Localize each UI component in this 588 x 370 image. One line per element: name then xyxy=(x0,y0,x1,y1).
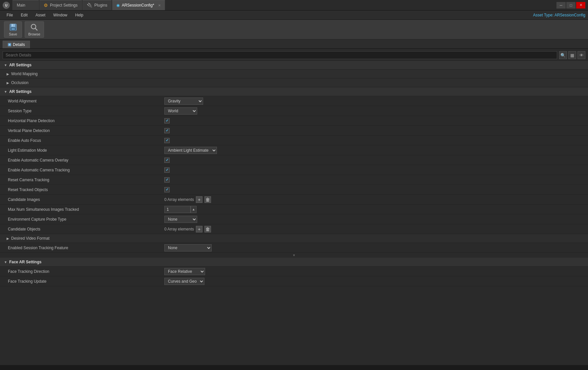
reset-tracked-checkbox[interactable] xyxy=(164,187,170,192)
menu-window[interactable]: Window xyxy=(49,11,71,19)
horizontal-plane-checkbox[interactable] xyxy=(164,118,170,123)
max-images-spin-up[interactable]: ▲ xyxy=(191,206,197,213)
vertical-plane-checkbox[interactable] xyxy=(164,128,170,133)
browse-icon xyxy=(30,23,39,32)
camera-overlay-checkbox[interactable] xyxy=(164,158,170,163)
face-tracking-update-control: Curves and Geo Curves Only Geo Only xyxy=(164,278,588,285)
view-options-btn[interactable]: ▦ xyxy=(568,51,576,59)
face-tracking-update-select[interactable]: Curves and Geo Curves Only Geo Only xyxy=(164,278,204,285)
row-face-tracking-update: Face Tracking Update Curves and Geo Curv… xyxy=(0,276,588,286)
candidate-objects-add[interactable]: + xyxy=(196,226,202,232)
ar-settings-main-arrow: ▼ xyxy=(4,90,7,94)
browse-button[interactable]: Browse xyxy=(25,21,44,38)
tab-project-settings[interactable]: ⚙ Project Settings xyxy=(39,0,82,10)
candidate-images-count: 0 Array elements xyxy=(164,197,194,202)
camera-tracking-control xyxy=(164,167,588,173)
tab-main[interactable]: Main xyxy=(12,0,39,10)
reset-camera-control xyxy=(164,177,588,183)
candidate-images-array: 0 Array elements + 🗑 xyxy=(164,196,211,203)
maximize-button[interactable]: □ xyxy=(566,2,576,9)
tab-ar-session-close[interactable]: ✕ xyxy=(158,4,161,7)
save-button[interactable]: Save xyxy=(4,21,22,38)
world-alignment-control: Gravity Camera Gravity Rotated xyxy=(164,98,588,105)
asset-type-label: Asset Type: ARSessionConfig xyxy=(533,13,585,17)
svg-text:U: U xyxy=(5,4,7,7)
light-estimation-control: Ambient Light Estimate None Directional … xyxy=(164,147,588,154)
search-icon-btn[interactable]: 🔍 xyxy=(559,51,567,59)
project-settings-icon: ⚙ xyxy=(44,3,48,8)
session-tracking-label: Enabled Session Tracking Feature xyxy=(7,246,164,250)
row-camera-overlay: Enable Automatic Camera Overlay xyxy=(0,155,588,165)
reset-tracked-control xyxy=(164,187,588,192)
row-candidate-images: Candidate Images 0 Array elements + 🗑 xyxy=(0,195,588,205)
minimize-button[interactable]: ─ xyxy=(556,2,566,9)
world-mapping-header[interactable]: ▶ World Mapping xyxy=(0,70,588,78)
session-type-select[interactable]: World Face Image Object xyxy=(164,107,197,115)
candidate-images-add[interactable]: + xyxy=(196,196,202,203)
search-input[interactable] xyxy=(3,51,557,59)
light-estimation-select[interactable]: Ambient Light Estimate None Directional … xyxy=(164,147,217,154)
camera-tracking-checkbox[interactable] xyxy=(164,167,170,173)
close-button[interactable]: ✕ xyxy=(576,2,585,9)
menu-bar: File Edit Asset Window Help Asset Type: … xyxy=(0,11,588,20)
row-reset-camera: Reset Camera Tracking xyxy=(0,175,588,185)
world-mapping-arrow: ▶ xyxy=(7,72,9,76)
face-tracking-direction-control: Face Relative Camera Relative xyxy=(164,268,588,275)
browse-label: Browse xyxy=(28,32,40,36)
save-label: Save xyxy=(9,32,17,36)
session-tracking-select[interactable]: None SceneDepth MeshReconstruction xyxy=(164,244,212,251)
camera-overlay-control xyxy=(164,158,588,163)
world-alignment-label: World Alignment xyxy=(7,99,164,103)
desired-video-format-header[interactable]: ▶ Desired Video Format xyxy=(0,234,588,243)
session-type-control: World Face Image Object xyxy=(164,107,588,115)
candidate-objects-control: 0 Array elements + 🗑 xyxy=(164,226,588,232)
tab-details[interactable]: Details xyxy=(3,41,30,48)
max-images-spinbox[interactable] xyxy=(164,206,191,213)
ar-settings-top-header[interactable]: ▼ AR Settings xyxy=(0,61,588,70)
auto-focus-checkbox[interactable] xyxy=(164,138,170,143)
light-estimation-label: Light Estimation Mode xyxy=(7,148,164,153)
row-max-images-tracked: Max Num Simultaneous Images Tracked ▲ xyxy=(0,205,588,214)
horizontal-plane-label: Horizontal Plane Detection xyxy=(7,119,164,123)
tab-plugins[interactable]: 🔌 Plugins xyxy=(82,0,111,10)
world-alignment-select[interactable]: Gravity Camera Gravity Rotated xyxy=(164,98,203,105)
row-horizontal-plane: Horizontal Plane Detection xyxy=(0,116,588,126)
details-tab-icon xyxy=(8,43,12,47)
reset-camera-checkbox[interactable] xyxy=(164,177,170,183)
menu-help[interactable]: Help xyxy=(71,11,87,19)
menu-items: File Edit Asset Window Help xyxy=(3,11,87,19)
row-face-tracking-direction: Face Tracking Direction Face Relative Ca… xyxy=(0,267,588,276)
candidate-images-remove[interactable]: 🗑 xyxy=(204,196,211,203)
occlusion-header[interactable]: ▶ Occlusion xyxy=(0,78,588,87)
svg-rect-4 xyxy=(12,24,13,26)
row-env-capture: Environment Capture Probe Type None Manu… xyxy=(0,214,588,224)
candidate-objects-count: 0 Array elements xyxy=(164,227,194,231)
camera-tracking-label: Enable Automatic Camera Tracking xyxy=(7,168,164,172)
vertical-plane-label: Vertical Plane Detection xyxy=(7,128,164,133)
svg-rect-3 xyxy=(11,24,15,27)
ar-settings-main-header[interactable]: ▼ AR Settings xyxy=(0,87,588,96)
face-tracking-direction-select[interactable]: Face Relative Camera Relative xyxy=(164,268,205,275)
scroll-indicator: ▼ xyxy=(0,253,588,258)
menu-asset[interactable]: Asset xyxy=(32,11,49,19)
row-light-estimation: Light Estimation Mode Ambient Light Esti… xyxy=(0,145,588,155)
env-capture-select[interactable]: None Manual Automatic xyxy=(164,216,197,223)
desired-video-format-label: Desired Video Format xyxy=(11,236,50,241)
world-mapping-label: World Mapping xyxy=(11,72,37,76)
face-ar-settings-header[interactable]: ▼ Face AR Settings xyxy=(0,258,588,267)
tab-ar-session[interactable]: ◉ ARSessionConfig* ✕ xyxy=(112,0,165,10)
menu-file[interactable]: File xyxy=(3,11,17,19)
row-auto-focus: Enable Auto Focus xyxy=(0,136,588,145)
svg-line-8 xyxy=(35,28,37,30)
details-tab-label: Details xyxy=(13,42,25,47)
eye-btn[interactable]: 👁 xyxy=(577,51,585,59)
title-bar: U Main ⚙ Project Settings 🔌 Plugins ◉ AR… xyxy=(0,0,588,11)
svg-point-10 xyxy=(9,44,10,45)
candidate-objects-array: 0 Array elements + 🗑 xyxy=(164,226,211,232)
menu-edit[interactable]: Edit xyxy=(17,11,32,19)
svg-rect-6 xyxy=(12,28,15,30)
row-vertical-plane: Vertical Plane Detection xyxy=(0,126,588,136)
auto-focus-control xyxy=(164,138,588,143)
candidate-objects-remove[interactable]: 🗑 xyxy=(204,226,211,232)
reset-tracked-label: Reset Tracked Objects xyxy=(7,187,164,192)
